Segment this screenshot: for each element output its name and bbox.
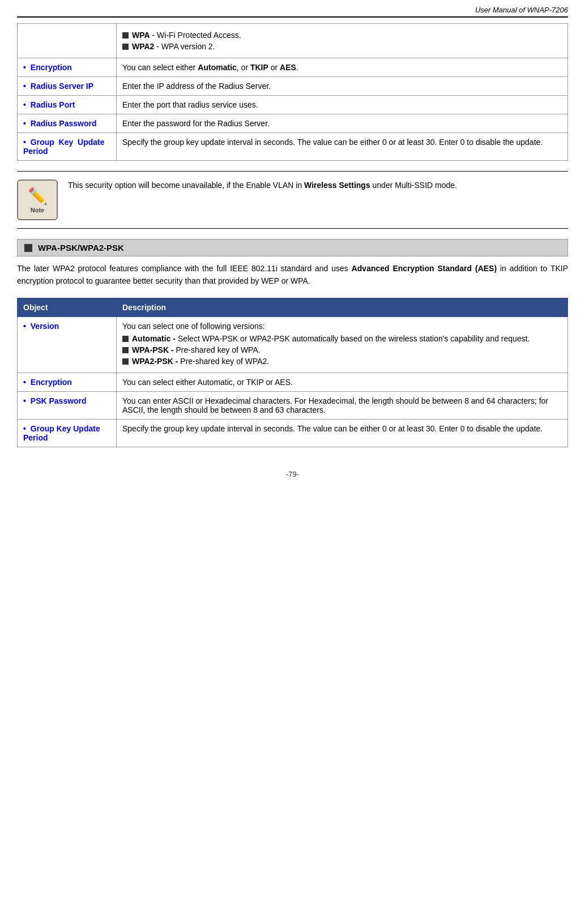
group-key-update-label: Group Key Update Period xyxy=(23,424,100,442)
label-psk-pw: • PSK Password xyxy=(18,391,117,419)
pencil-icon: ✏️ xyxy=(28,187,48,206)
note-section: ✏️ Note This security option will become… xyxy=(17,171,568,229)
desc-gkup2: Specify the group key update interval in… xyxy=(117,419,568,447)
table-row-radius-pw: • Radius Password Enter the password for… xyxy=(18,114,568,133)
top-table: WPA - Wi-Fi Protected Access. WPA2 - WPA… xyxy=(17,23,568,161)
section-heading: WPA-PSK/WPA2-PSK xyxy=(17,239,568,256)
desc-radius-port: Enter the port that radius service uses. xyxy=(117,96,568,114)
wpa-bullet-2: WPA2 - WPA version 2. xyxy=(122,42,562,51)
desc-group-key: Specify the group key update interval in… xyxy=(117,133,568,161)
section-title: WPA-PSK/WPA2-PSK xyxy=(38,243,124,253)
bullet-dot-5: • xyxy=(23,138,26,147)
section-bullet-icon xyxy=(24,244,32,252)
desc-enc2: You can select either Automatic, or TKIP… xyxy=(117,373,568,391)
table-row-psk-pw: • PSK Password You can enter ASCII or He… xyxy=(18,391,568,419)
label-radius-port: • Radius Port xyxy=(18,96,117,114)
table-row-gkup2: • Group Key Update Period Specify the gr… xyxy=(18,419,568,447)
bullet-dot-p: • xyxy=(23,396,26,405)
bullet-dot-v: • xyxy=(23,322,26,331)
wpa-bullets-cell: WPA - Wi-Fi Protected Access. WPA2 - WPA… xyxy=(117,24,568,58)
label-encryption: • Encryption xyxy=(18,58,117,77)
bullet-dot-4: • xyxy=(23,119,26,128)
square-icon-1 xyxy=(122,32,129,38)
version-item-wpa2-psk: WPA2-PSK - Pre-shared key of WPA2. xyxy=(122,357,562,366)
bullet-dot-e2: • xyxy=(23,378,26,387)
table-row-radius-ip: • Radius Server IP Enter the IP address … xyxy=(18,77,568,96)
note-text: This security option will become unavail… xyxy=(68,179,457,191)
label-enc2: • Encryption xyxy=(18,373,117,391)
section-description: The later WPA2 protocol features complia… xyxy=(17,262,568,288)
wpa-text-1: WPA - Wi-Fi Protected Access. xyxy=(132,31,241,40)
col-description: Description xyxy=(117,298,568,316)
label-cell-empty xyxy=(18,24,117,58)
label-group-key: • Group Key Update Period xyxy=(18,133,117,161)
bullet-dot: • xyxy=(23,63,26,72)
desc-encryption: You can select either Automatic, or TKIP… xyxy=(117,58,568,77)
square-icon-2 xyxy=(122,44,129,50)
wpa-text-2: WPA2 - WPA version 2. xyxy=(132,42,215,51)
sq-icon-wpa2 xyxy=(122,358,129,365)
table-row: WPA - Wi-Fi Protected Access. WPA2 - WPA… xyxy=(18,24,568,58)
version-item-wpa-psk: WPA-PSK - Pre-shared key of WPA. xyxy=(122,345,562,354)
wpa-bullet-1: WPA - Wi-Fi Protected Access. xyxy=(122,31,562,40)
label-version: • Version xyxy=(18,316,117,373)
group-key-label: Group Key Update Period xyxy=(23,138,104,156)
col-object: Object xyxy=(18,298,117,316)
table-header-row: Object Description xyxy=(18,298,568,316)
table-row-encryption: • Encryption You can select either Autom… xyxy=(18,58,568,77)
page-footer: -79- xyxy=(17,470,568,478)
sq-icon-auto xyxy=(122,336,129,342)
bullet-dot-g2: • xyxy=(23,424,26,433)
header-title: User Manual of WNAP-7206 xyxy=(475,6,568,14)
bullet-dot-3: • xyxy=(23,100,26,109)
second-table: Object Description • Version You can sel… xyxy=(17,298,568,447)
label-radius-ip: • Radius Server IP xyxy=(18,77,117,96)
bullet-dot-2: • xyxy=(23,82,26,91)
table-row-enc2: • Encryption You can select either Autom… xyxy=(18,373,568,391)
table-row-version: • Version You can select one of followin… xyxy=(18,316,568,373)
desc-radius-ip: Enter the IP address of the Radius Serve… xyxy=(117,77,568,96)
desc-psk-pw: You can enter ASCII or Hexadecimal chara… xyxy=(117,391,568,419)
table-row-group-key: • Group Key Update Period Specify the gr… xyxy=(18,133,568,161)
page-number: -79- xyxy=(286,470,299,478)
sq-icon-wpa xyxy=(122,347,129,353)
page-header: User Manual of WNAP-7206 xyxy=(17,6,568,18)
label-gkup2: • Group Key Update Period xyxy=(18,419,117,447)
desc-version: You can select one of following versions… xyxy=(117,316,568,373)
desc-radius-pw: Enter the password for the Radius Server… xyxy=(117,114,568,133)
label-radius-pw: • Radius Password xyxy=(18,114,117,133)
note-icon: ✏️ Note xyxy=(17,179,58,220)
version-item-auto: Automatic - Select WPA-PSK or WPA2-PSK a… xyxy=(122,334,562,343)
table-row-radius-port: • Radius Port Enter the port that radius… xyxy=(18,96,568,114)
